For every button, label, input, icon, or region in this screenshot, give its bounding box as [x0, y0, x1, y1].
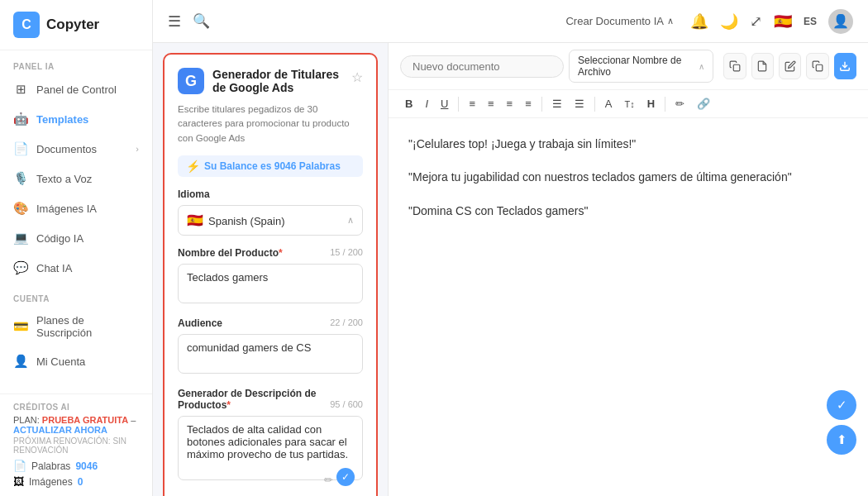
nombre-label: Nombre del Producto* 15 / 200	[178, 247, 363, 259]
left-panel: G Generador de Titulares de Google Ads ☆…	[153, 43, 389, 496]
file-icon: 📄	[13, 460, 26, 472]
image-icon: 🎨	[13, 201, 28, 216]
balance-count: 9046	[274, 160, 297, 172]
sidebar-item-texto-voz[interactable]: 🎙️ Texto a Voz	[0, 164, 152, 193]
toolbar-icon-1[interactable]	[723, 53, 746, 79]
audience-input[interactable]: comunidad gamers de CS	[178, 334, 363, 374]
moon-icon[interactable]: 🌙	[720, 12, 738, 31]
editor-content[interactable]: "¡Celulares top! ¡Juega y trabaja sin lí…	[389, 118, 868, 496]
hamburger-icon[interactable]: ☰	[168, 12, 181, 31]
format-list-ordered[interactable]: ☰	[547, 95, 567, 112]
plan-separator: –	[131, 415, 136, 425]
right-panel: Seleccionar Nombre de Archivo ∧	[389, 43, 868, 496]
plan-update-link[interactable]: ACTUALIZAR AHORA	[13, 425, 107, 435]
tool-title: Generador de Titulares de Google Ads	[212, 68, 343, 94]
fab-check-button[interactable]: ✓	[827, 390, 856, 420]
sidebar-item-micuenta[interactable]: 👤 Mi Cuenta	[0, 346, 152, 376]
desc-counter: 95 / 600	[330, 399, 363, 409]
sidebar-item-label: Imágenes IA	[36, 203, 97, 215]
format-align-right[interactable]: ≡	[502, 95, 518, 112]
flag-icon: 🇪🇸	[774, 12, 792, 31]
sidebar-item-panel[interactable]: ⊞ Panel de Control	[0, 74, 152, 104]
toolbar-icon-4[interactable]	[806, 53, 828, 79]
archivo-label: Seleccionar Nombre de Archivo	[578, 55, 694, 78]
format-font-color[interactable]: A	[600, 95, 618, 112]
sidebar-item-label: Código IA	[36, 232, 83, 245]
chat-icon: 💬	[13, 260, 28, 275]
audience-label: Audience 22 / 200	[178, 317, 363, 329]
format-align-center[interactable]: ≡	[483, 95, 499, 112]
pencil-icon[interactable]: ✏	[324, 474, 333, 486]
logo-area[interactable]: C Copyter	[0, 0, 152, 50]
check-icon[interactable]: ✓	[336, 468, 355, 486]
crear-documento-button[interactable]: Crear Documento IA ∧	[565, 15, 674, 27]
desc-input[interactable]: Teclados de alta calidad con botones adi…	[178, 416, 363, 480]
user-icon: 👤	[13, 354, 28, 369]
search-icon[interactable]: 🔍	[193, 12, 210, 30]
idioma-select[interactable]: 🇪🇸Spanish (Spain) ∧	[178, 205, 363, 236]
right-toolbar: Seleccionar Nombre de Archivo ∧	[389, 43, 868, 90]
code-icon: 💻	[13, 231, 28, 246]
sidebar-item-label: Planes de Suscripción	[36, 314, 139, 339]
format-bold[interactable]: B	[400, 95, 417, 112]
imagenes-count: 0	[78, 476, 83, 488]
cuenta-label: CUENTA	[0, 283, 152, 307]
nombre-counter: 15 / 200	[330, 247, 363, 257]
sidebar-item-planes[interactable]: 💳 Planes de Suscripción	[0, 307, 152, 346]
format-underline[interactable]: U	[436, 95, 453, 112]
format-link[interactable]: 🔗	[692, 95, 715, 112]
plan-label: PLAN:	[13, 415, 40, 425]
crear-label: Crear Documento IA	[565, 15, 664, 27]
select-archivo-button[interactable]: Seleccionar Nombre de Archivo ∧	[569, 50, 713, 83]
avatar[interactable]: 👤	[828, 9, 853, 34]
imagenes-credits: 🖼 Imágenes 0	[13, 475, 139, 488]
sidebar-item-chat[interactable]: 💬 Chat IA	[0, 253, 152, 283]
topbar-icons: 🔔 🌙 ⤢ 🇪🇸 ES 👤	[690, 9, 853, 34]
card-icon: 💳	[13, 319, 28, 334]
toolbar-icon-3[interactable]	[779, 53, 801, 79]
required-star2: *	[227, 399, 231, 411]
fmt-sep-4	[665, 97, 665, 112]
floating-buttons: ✓ ⬆	[827, 390, 856, 455]
sidebar-item-codigo[interactable]: 💻 Código IA	[0, 223, 152, 253]
doc-name-input[interactable]	[400, 55, 564, 78]
plan-free-link[interactable]: PRUEBA GRATUITA	[42, 415, 128, 425]
tool-card: G Generador de Titulares de Google Ads ☆…	[163, 53, 378, 496]
sidebar-item-label: Documentos	[36, 143, 97, 155]
format-italic[interactable]: I	[420, 95, 433, 112]
sidebar-item-label: Templates	[36, 113, 88, 126]
mic-icon: 🎙️	[13, 171, 28, 186]
renovacion-text: PRÓXIMA RENOVACIÓN: SIN RENOVACIÓN	[13, 436, 139, 455]
format-list-unordered[interactable]: ☰	[570, 95, 589, 112]
tool-description: Escribe titulares pegadizos de 30 caract…	[178, 103, 363, 145]
nombre-input[interactable]: Teclados gamers	[178, 264, 363, 303]
format-align-left[interactable]: ≡	[464, 95, 480, 112]
creditos-label: CRÉDITOS AI	[13, 403, 139, 412]
sidebar-item-templates[interactable]: 🤖 Templates	[0, 104, 152, 134]
palabras-label: Palabras	[31, 460, 70, 472]
toolbar-icon-2[interactable]	[751, 53, 774, 79]
sidebar-item-documentos[interactable]: 📄 Documentos ›	[0, 134, 152, 164]
fmt-sep-3	[594, 97, 595, 112]
bell-icon[interactable]: 🔔	[690, 12, 708, 31]
document-icon: 📄	[13, 141, 28, 156]
balance-badge: ⚡ Su Balance es 9046 Palabras	[178, 155, 363, 177]
sidebar-item-imagenes[interactable]: 🎨 Imágenes IA	[0, 193, 152, 223]
fab-scroll-up-button[interactable]: ⬆	[827, 425, 856, 455]
format-font-size[interactable]: T↕	[619, 97, 639, 112]
chevron-up-icon: ∧	[347, 215, 354, 226]
format-align-justify[interactable]: ≡	[520, 95, 537, 112]
format-pen[interactable]: ✏	[670, 95, 689, 112]
fmt-sep-1	[458, 97, 459, 112]
format-heading[interactable]: H	[642, 95, 660, 112]
audience-counter: 22 / 200	[330, 317, 363, 327]
desc-input-wrap: Teclados de alta calidad con botones adi…	[178, 416, 363, 494]
tool-card-header: G Generador de Titulares de Google Ads ☆	[178, 68, 363, 94]
star-icon[interactable]: ☆	[351, 69, 363, 85]
desc-label: Generador de Descripción de Productos* 9…	[178, 388, 363, 411]
logo-name: Copyter	[46, 17, 99, 33]
google-icon: G	[178, 68, 204, 94]
content-area: G Generador de Titulares de Google Ads ☆…	[153, 43, 868, 496]
toolbar-export-button[interactable]	[834, 53, 856, 79]
expand-icon[interactable]: ⤢	[750, 12, 762, 31]
